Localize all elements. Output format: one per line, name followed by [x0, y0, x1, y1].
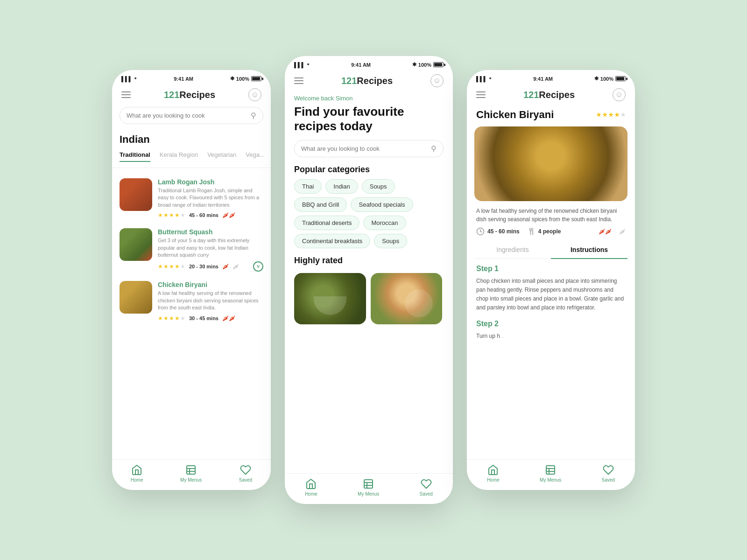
nav-home-left[interactable]: Home	[131, 464, 143, 483]
tab-vegetarian[interactable]: Vegetarian	[207, 151, 236, 162]
hamburger-menu-center[interactable]	[294, 77, 303, 84]
nav-menus-label-left: My Menus	[180, 477, 202, 483]
cat-continental[interactable]: Continental breakfasts	[294, 234, 370, 248]
cat-seafood[interactable]: Seafood specials	[351, 197, 413, 212]
search-bar-center[interactable]: ⚲	[294, 140, 444, 157]
menus-icon-left	[185, 464, 197, 476]
recipe-desc-squash: Get 3 of your 5 a day with this extremel…	[158, 237, 263, 259]
signal-bars-center: ▌▌▌	[294, 62, 305, 68]
star4: ★	[175, 212, 180, 218]
section-title-left: Indian	[112, 132, 271, 151]
tab-traditional[interactable]: Traditional	[120, 151, 150, 162]
tab-vegan[interactable]: Vega...	[246, 151, 264, 162]
meta-servings: 4 people	[527, 227, 561, 236]
search-bar-left[interactable]: ⚲	[120, 107, 263, 124]
cat-indian[interactable]: Indian	[325, 179, 358, 194]
star3: ★	[169, 212, 174, 218]
recipe-info-rogan: Lamb Rogan Josh Traditional Lamb Rogan J…	[158, 178, 263, 219]
tab-kerala[interactable]: Kerala Region	[160, 151, 198, 162]
recipe-time-squash: 20 - 30 mins	[189, 264, 218, 269]
status-right-center: ✱ 100%	[412, 62, 444, 68]
bluetooth-center: ✱	[412, 62, 416, 68]
app-header-left: 121Recipes ☺	[112, 84, 271, 107]
cat-row-1: Thai Indian Soups	[294, 179, 444, 194]
nav-home-right[interactable]: Home	[487, 464, 500, 483]
status-bar-left: ▌▌▌ ⁌ 9:41 AM ✱ 100%	[112, 70, 271, 84]
phones-container: ▌▌▌ ⁌ 9:41 AM ✱ 100% 121Recipes ☺ ⚲	[93, 37, 654, 523]
cat-soups-2[interactable]: Soups	[374, 234, 407, 248]
tab-instructions[interactable]: Instructions	[551, 241, 627, 259]
chili-icon-rogan: 🌶🌶	[222, 211, 235, 219]
time-center: 9:41 AM	[351, 62, 371, 68]
search-input-left[interactable]	[127, 112, 247, 119]
hr-image-2[interactable]	[371, 273, 443, 324]
saved-icon-center	[421, 478, 432, 490]
wifi-icon-right: ⁌	[489, 76, 492, 82]
recipe-item-squash[interactable]: Butternut Squash Get 3 of your 5 a day w…	[112, 224, 271, 276]
step-1-title: Step 1	[476, 265, 626, 273]
recipe-info-biryani-left: Chicken Biryani A low fat healthy servin…	[158, 281, 263, 322]
cat-soups-1[interactable]: Soups	[362, 179, 395, 194]
nav-saved-center[interactable]: Saved	[419, 478, 432, 497]
app-logo-center: 121Recipes	[341, 76, 393, 86]
recipe-thumb-biryani-left	[120, 281, 152, 314]
hamburger-menu-left[interactable]	[121, 91, 131, 98]
recipe-detail-image	[474, 126, 627, 201]
nav-home-label-right: Home	[487, 477, 500, 483]
cat-moroccan[interactable]: Moroccan	[363, 216, 406, 230]
signal-bars-left: ▌▌▌	[121, 76, 132, 82]
recipe-name-biryani-left: Chicken Biryani	[158, 281, 263, 288]
step-2-text: Turn up h...	[476, 332, 626, 341]
nav-menus-left[interactable]: My Menus	[180, 464, 202, 483]
phone-left: ▌▌▌ ⁌ 9:41 AM ✱ 100% 121Recipes ☺ ⚲	[112, 70, 271, 490]
nav-home-center[interactable]: Home	[305, 478, 317, 497]
nav-saved-right[interactable]: Saved	[601, 464, 614, 483]
status-right-left: ✱ 100%	[230, 76, 261, 82]
nav-menus-center[interactable]: My Menus	[358, 478, 379, 497]
wifi-icon-left: ⁌	[134, 76, 137, 82]
recipe-item-rogan[interactable]: Lamb Rogan Josh Traditional Lamb Rogan J…	[112, 174, 271, 224]
cat-bbq[interactable]: BBQ and Grill	[294, 197, 347, 212]
nav-saved-left[interactable]: Saved	[239, 464, 252, 483]
hamburger-menu-right[interactable]	[476, 91, 486, 98]
stars-rogan: ★ ★ ★ ★ ★	[158, 212, 185, 218]
phone-center: ▌▌▌ ⁌ 9:41 AM ✱ 100% 121Recipes ☺ Welcom…	[285, 56, 453, 504]
star1: ★	[158, 212, 163, 218]
user-icon-center[interactable]: ☺	[430, 74, 444, 87]
categories-title: Popular categories	[285, 159, 453, 179]
plate-shape-2	[405, 289, 433, 317]
stars-squash: ★ ★ ★ ★ ★	[158, 263, 185, 270]
search-icon-left: ⚲	[251, 111, 256, 120]
time-right: 9:41 AM	[533, 76, 553, 82]
bottom-nav-center: Home My Menus Saved	[285, 473, 453, 504]
recipe-meta-rogan: ★ ★ ★ ★ ★ 45 - 60 mins 🌶🌶	[158, 211, 263, 219]
bluetooth-left: ✱	[230, 76, 234, 82]
user-icon-left[interactable]: ☺	[248, 88, 261, 101]
recipe-thumb-squash	[120, 228, 152, 261]
signal-wifi-right: ▌▌▌ ⁌	[476, 76, 492, 82]
home-icon-left	[131, 464, 142, 476]
nav-menus-right[interactable]: My Menus	[540, 464, 561, 483]
recipe-name-squash: Butternut Squash	[158, 228, 263, 236]
battery-icon-center	[433, 62, 444, 67]
recipe-name-rogan: Lamb Rogan Josh	[158, 178, 263, 186]
cat-row-4: Continental breakfasts Soups	[294, 234, 444, 248]
hr-image-1[interactable]	[294, 273, 366, 324]
recipe-desc-rogan: Traditional Lamb Rogan Josh, simple and …	[158, 187, 263, 209]
cat-traditional-deserts[interactable]: Traditional deserts	[294, 216, 359, 230]
cat-thai[interactable]: Thai	[294, 179, 322, 194]
hero-title: Find your favourite recipes today	[285, 103, 453, 140]
logo-text-left: Recipes	[179, 90, 215, 100]
logo-num-center: 121	[341, 76, 357, 86]
recipe-item-biryani-left[interactable]: Chicken Biryani A low fat healthy servin…	[112, 276, 271, 326]
status-bar-center: ▌▌▌ ⁌ 9:41 AM ✱ 100%	[285, 56, 453, 70]
star5: ★	[180, 212, 185, 218]
search-input-center[interactable]	[301, 145, 427, 152]
tabs-row-left: Traditional Kerala Region Vegetarian Veg…	[112, 151, 271, 168]
chili-icon-squash: 🌶	[222, 263, 229, 270]
signal-wifi-center: ▌▌▌ ⁌	[294, 62, 310, 68]
recipe-meta-biryani-left: ★ ★ ★ ★ ★ 30 - 45 mins 🌶🌶	[158, 315, 263, 322]
user-icon-right[interactable]: ☺	[613, 88, 626, 101]
tab-ingredients[interactable]: Ingredients	[474, 241, 551, 259]
cat-row-2: BBQ and Grill Seafood specials	[294, 197, 444, 212]
